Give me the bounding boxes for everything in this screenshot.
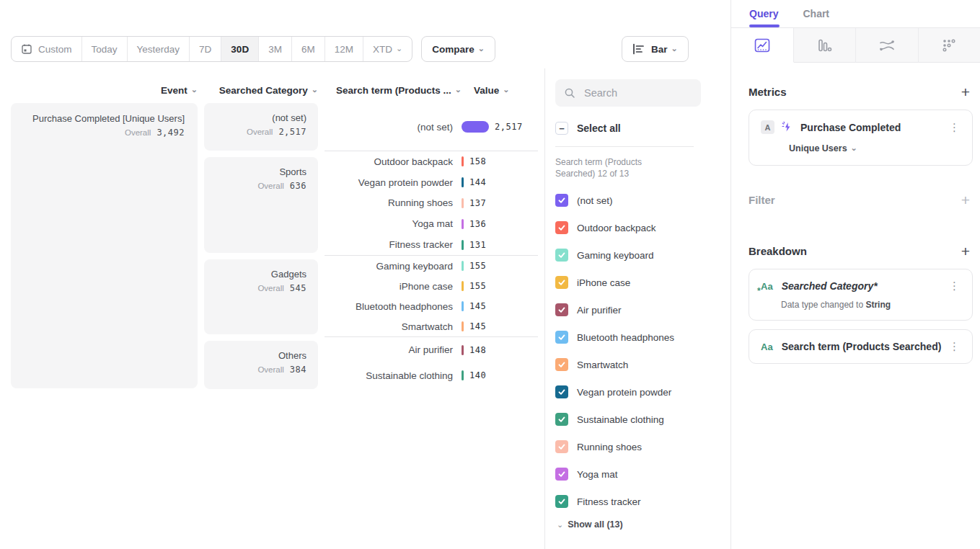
legend-checkbox[interactable] (555, 331, 568, 344)
legend-search[interactable] (555, 79, 701, 107)
tab-funnels[interactable] (794, 28, 857, 63)
term-row[interactable]: Running shoes137 (325, 197, 538, 208)
term-row[interactable]: Outdoor backpack158 (325, 156, 538, 167)
column-header-3[interactable]: Value⌄ (468, 85, 537, 96)
term-row[interactable]: Gaming keyboard155 (325, 261, 538, 272)
legend-checkbox[interactable] (555, 385, 568, 398)
legend-checkbox[interactable] (555, 468, 568, 481)
term-row[interactable]: (not set)2,517 (325, 121, 538, 133)
term-label: Sustainable clothing (325, 370, 462, 381)
add-breakdown-button[interactable]: + (958, 244, 973, 259)
term-row[interactable]: Vegan protein powder144 (325, 177, 538, 188)
bar-wrap: 155 (462, 261, 486, 271)
date-range-today[interactable]: Today (81, 37, 127, 61)
tab-chart[interactable]: Chart (803, 0, 829, 27)
tab-retention[interactable] (919, 28, 980, 63)
date-range-6m[interactable]: 6M (291, 37, 325, 61)
term-row[interactable]: Bluetooth headphones145 (325, 301, 538, 312)
legend-checkbox[interactable] (555, 303, 568, 316)
legend-checkbox[interactable] (555, 358, 568, 371)
date-range-7d[interactable]: 7D (189, 37, 221, 61)
report-type-tabs (731, 27, 980, 63)
breakdown-menu-button[interactable]: ⋮ (947, 280, 962, 293)
legend-checkbox[interactable] (555, 413, 568, 426)
chevron-down-icon: ⌄ (557, 521, 563, 529)
legend-checkbox[interactable] (555, 194, 568, 207)
term-label: Fitness tracker (325, 239, 462, 250)
term-row[interactable]: Air purifier148 (325, 344, 538, 355)
term-row[interactable]: Yoga mat136 (325, 218, 538, 229)
breakdown-card-searched-category[interactable]: Aa* Searched Category* ⋮ Data type chang… (749, 269, 973, 321)
category-cell[interactable]: (not set)Overall2,517 (204, 103, 318, 151)
aggregation-label: Unique Users (789, 143, 847, 153)
date-range-custom[interactable]: Custom (12, 37, 81, 61)
show-all-label: Show all (13) (568, 519, 622, 530)
insights-icon (754, 38, 770, 53)
aggregation-selector[interactable]: Unique Users ⌄ (789, 143, 962, 153)
date-range-3m[interactable]: 3M (258, 37, 291, 61)
legend-item[interactable]: Outdoor backpack (555, 214, 730, 241)
metric-menu-button[interactable]: ⋮ (947, 121, 962, 134)
column-header-1[interactable]: Searched Category⌄ (204, 85, 318, 96)
term-value: 137 (469, 198, 486, 208)
tab-insights[interactable] (731, 28, 794, 63)
legend-item[interactable]: Smartwatch (555, 351, 730, 378)
term-row[interactable]: Sustainable clothing140 (325, 370, 538, 381)
column-header-0[interactable]: Event⌄ (11, 85, 198, 96)
calendar-icon (21, 43, 32, 55)
bar-wrap: 158 (462, 156, 486, 166)
category-cell[interactable]: GadgetsOverall545 (204, 259, 318, 334)
compare-button[interactable]: Compare ⌄ (421, 36, 495, 62)
date-range-label: 3M (268, 44, 282, 55)
retention-icon (942, 38, 956, 53)
date-range-30d[interactable]: 30D (221, 37, 258, 61)
select-all[interactable]: − Select all (555, 122, 730, 135)
overall-label: Overall (247, 128, 273, 136)
select-all-checkbox[interactable]: − (555, 122, 568, 135)
check-icon (557, 442, 566, 451)
legend-item[interactable]: Sustainable clothing (555, 406, 730, 433)
legend-item[interactable]: iPhone case (555, 269, 730, 296)
legend-item[interactable]: Air purifier (555, 296, 730, 323)
legend-group-label: Search term (Products Searched) 12 of 13 (555, 156, 671, 179)
term-value: 145 (469, 301, 486, 311)
add-metric-button[interactable]: + (958, 84, 973, 99)
date-range-xtd[interactable]: XTD⌄ (363, 37, 412, 61)
add-filter-button[interactable]: + (958, 192, 973, 207)
breakdown-menu-button[interactable]: ⋮ (947, 340, 962, 353)
term-row[interactable]: Fitness tracker131 (325, 239, 538, 250)
legend-checkbox[interactable] (555, 221, 568, 234)
search-input[interactable] (583, 86, 687, 99)
bar-wrap: 137 (462, 198, 486, 208)
chart-type-button[interactable]: Bar ⌄ (622, 36, 689, 62)
date-range-label: Yesterday (137, 44, 180, 55)
legend-checkbox[interactable] (555, 276, 568, 289)
tab-flows[interactable] (856, 28, 919, 63)
overall-value: 2,517 (278, 127, 306, 137)
legend-item[interactable]: (not set) (555, 187, 730, 214)
show-all-button[interactable]: ⌄ Show all (13) (555, 519, 730, 530)
category-cell[interactable]: OthersOverall384 (204, 341, 318, 389)
date-range-yesterday[interactable]: Yesterday (127, 37, 190, 61)
tab-query[interactable]: Query (749, 0, 778, 27)
category-cell[interactable]: SportsOverall636 (204, 157, 318, 253)
category-label: (not set) (204, 112, 306, 123)
event-cell[interactable]: Purchase Completed [Unique Users] Overal… (11, 103, 198, 388)
legend-checkbox[interactable] (555, 440, 568, 453)
legend-checkbox[interactable] (555, 249, 568, 262)
legend-item[interactable]: Yoga mat (555, 460, 730, 488)
legend-item[interactable]: Running shoes (555, 433, 730, 460)
legend-item[interactable]: Gaming keyboard (555, 241, 730, 269)
legend-checkbox[interactable] (555, 495, 568, 508)
column-header-2[interactable]: Search term (Products ...⌄ (325, 85, 462, 96)
legend-item[interactable]: Vegan protein powder (555, 378, 730, 406)
category-column: (not set)Overall2,517SportsOverall636Gad… (204, 103, 318, 396)
metric-card[interactable]: A Purchase Completed ⋮ Unique Users (749, 110, 973, 166)
breakdown-card-search-term[interactable]: Aa Search term (Products Searched) ⋮ (749, 329, 973, 364)
legend-item[interactable]: Bluetooth headphones (555, 323, 730, 351)
term-row[interactable]: Smartwatch145 (325, 321, 538, 332)
legend-item-label: Bluetooth headphones (577, 332, 674, 343)
date-range-12m[interactable]: 12M (325, 37, 363, 61)
legend-item[interactable]: Fitness tracker (555, 488, 730, 515)
term-row[interactable]: iPhone case155 (325, 281, 538, 292)
